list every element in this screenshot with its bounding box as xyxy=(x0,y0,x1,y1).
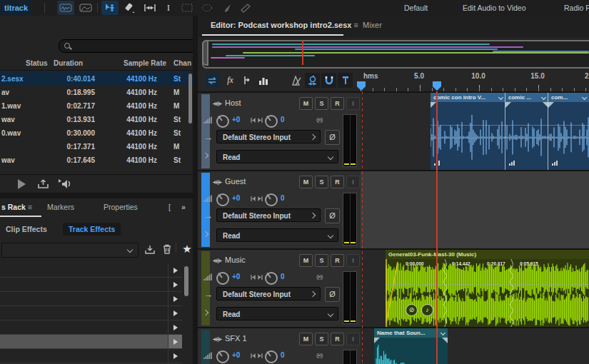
crossfade-arrows-icon[interactable] xyxy=(205,73,220,88)
effect-slot-row-selected[interactable] xyxy=(0,335,182,349)
metronome-icon[interactable] xyxy=(289,73,304,88)
skip-selection-icon[interactable] xyxy=(305,73,320,88)
slot-arrow-icon[interactable] xyxy=(168,306,182,320)
track-name[interactable]: Host xyxy=(225,98,241,107)
fx-icon[interactable]: fx xyxy=(223,73,238,88)
spectral-view-icon[interactable] xyxy=(77,1,94,15)
input-selector[interactable]: Default Stereo Input xyxy=(216,287,321,300)
subtab-clip-effects[interactable]: Clip Effects xyxy=(0,223,53,236)
time-selection-tool-icon[interactable]: I xyxy=(160,1,177,15)
column-status[interactable]: Status xyxy=(26,59,48,67)
track-name[interactable]: SFX 1 xyxy=(225,334,247,343)
move-tool-icon[interactable] xyxy=(101,1,119,15)
workspace-radio[interactable]: Radio Pr xyxy=(564,0,589,16)
volume-envelope[interactable] xyxy=(386,284,589,285)
expand-chevron-icon[interactable] xyxy=(203,151,208,159)
slot-arrow-icon[interactable] xyxy=(168,278,182,291)
file-row[interactable]: 1.wav0:02.71744100 HzM xyxy=(0,99,193,113)
volume-envelope[interactable] xyxy=(431,125,505,126)
file-row[interactable]: 0.wav0:30.00044100 HzSt xyxy=(0,126,193,140)
phase-toggle[interactable]: Ø xyxy=(325,287,340,302)
clip-music-note-icon[interactable]: ♪ xyxy=(421,304,433,316)
panel-menu-icon[interactable]: ≡ xyxy=(28,203,32,211)
track-name[interactable]: Music xyxy=(225,256,246,264)
marker-icon[interactable] xyxy=(338,73,353,88)
column-duration[interactable]: Duration xyxy=(54,59,83,67)
tab-properties[interactable]: Properties xyxy=(104,203,138,211)
tab-markers[interactable]: Markers xyxy=(47,203,74,211)
monitor-icon[interactable]: ((•)) xyxy=(316,116,322,123)
record-arm-button[interactable]: R xyxy=(331,333,344,345)
mute-button[interactable]: M xyxy=(299,333,313,345)
effect-slot-row[interactable] xyxy=(0,278,182,292)
auto-play-speaker-icon[interactable] xyxy=(57,178,71,191)
input-selector[interactable]: Default Stereo Input xyxy=(216,208,321,222)
fade-out-handle[interactable] xyxy=(442,338,448,343)
preset-dropdown[interactable] xyxy=(1,243,139,258)
phase-toggle[interactable]: Ø xyxy=(325,208,340,223)
track-lane-host[interactable]: comic con intro V... comic ... xyxy=(361,93,589,170)
file-row[interactable]: wav0:13.93144100 HzSt xyxy=(0,113,193,126)
fade-in-handle[interactable] xyxy=(431,102,436,108)
effect-slot-row[interactable] xyxy=(0,349,182,363)
file-row[interactable]: av0:18.99544100 HzM xyxy=(0,86,193,99)
search-input[interactable] xyxy=(59,39,198,53)
favorite-star-icon[interactable]: ★ xyxy=(180,241,194,257)
fade-in-envelope[interactable] xyxy=(386,259,400,327)
file-row[interactable]: 2.sesx0:40.01444100 HzSt xyxy=(0,72,193,86)
audio-clip[interactable]: comic con intro V... xyxy=(431,93,505,170)
pan-knob[interactable] xyxy=(265,272,278,285)
solo-button[interactable]: S xyxy=(315,254,328,267)
fade-in-handle[interactable] xyxy=(548,102,554,108)
navigator-left-handle[interactable] xyxy=(202,40,208,66)
volume-knob[interactable] xyxy=(216,193,229,206)
routing-icon[interactable] xyxy=(239,73,254,88)
export-icon[interactable] xyxy=(37,178,49,191)
input-selector[interactable]: Default Stereo Input xyxy=(216,130,321,143)
tab-partial[interactable]: [ xyxy=(168,203,171,211)
effect-slot-row[interactable] xyxy=(0,292,182,306)
input-monitor-button[interactable]: I xyxy=(346,254,360,267)
navigator-playhead[interactable] xyxy=(302,41,303,65)
mute-button[interactable]: M xyxy=(299,176,313,188)
track-lane-music[interactable]: General03-Funk-Mast-30 (Music) 0:00.000 … xyxy=(361,250,589,327)
clip-loop-disabled-icon[interactable]: ⊘ xyxy=(406,304,418,316)
delete-preset-trash-icon[interactable] xyxy=(160,241,174,257)
pan-knob[interactable] xyxy=(265,350,278,363)
track-name[interactable]: Guest xyxy=(225,177,246,186)
expand-chevron-icon[interactable] xyxy=(203,308,208,316)
marquee-selection-icon[interactable] xyxy=(178,1,196,15)
multitrack-view-button[interactable]: titrack xyxy=(0,0,32,16)
slot-arrow-icon[interactable] xyxy=(168,292,182,305)
tab-mixer[interactable]: Mixer xyxy=(363,21,382,29)
playhead-handle[interactable] xyxy=(433,81,441,91)
play-button[interactable] xyxy=(18,179,26,189)
automation-mode-selector[interactable]: Read xyxy=(216,150,338,163)
subtab-track-effects[interactable]: Track Effects xyxy=(63,223,121,236)
metering-bars-icon[interactable] xyxy=(256,73,271,88)
snap-magnet-icon[interactable] xyxy=(321,73,336,88)
column-channels[interactable]: Chan xyxy=(173,59,191,67)
timeline-navigator[interactable] xyxy=(198,37,589,70)
pan-knob[interactable] xyxy=(265,193,278,206)
volume-knob[interactable] xyxy=(216,272,229,285)
automation-mode-selector[interactable]: Read xyxy=(216,228,338,242)
input-monitor-button[interactable]: I xyxy=(346,176,360,188)
phase-toggle[interactable]: Ø xyxy=(325,130,340,145)
fade-in-handle[interactable] xyxy=(505,102,511,108)
panel-divider[interactable] xyxy=(0,193,193,198)
panel-overflow-icon[interactable]: » xyxy=(181,203,186,211)
slot-arrow-icon[interactable] xyxy=(168,349,182,363)
volume-knob[interactable] xyxy=(216,350,229,363)
effect-slot-row[interactable] xyxy=(0,263,182,278)
pan-knob[interactable] xyxy=(265,115,278,128)
solo-button[interactable]: S xyxy=(315,176,328,188)
volume-envelope[interactable] xyxy=(505,125,548,126)
fade-in-handle[interactable] xyxy=(374,338,380,343)
mute-button[interactable]: M xyxy=(299,97,313,110)
paintbrush-tool-icon[interactable] xyxy=(218,1,236,15)
mute-button[interactable]: M xyxy=(299,254,313,267)
record-arm-button[interactable]: R xyxy=(331,176,344,188)
slot-arrow-icon[interactable] xyxy=(168,263,182,277)
expand-chevron-icon[interactable] xyxy=(203,230,208,238)
